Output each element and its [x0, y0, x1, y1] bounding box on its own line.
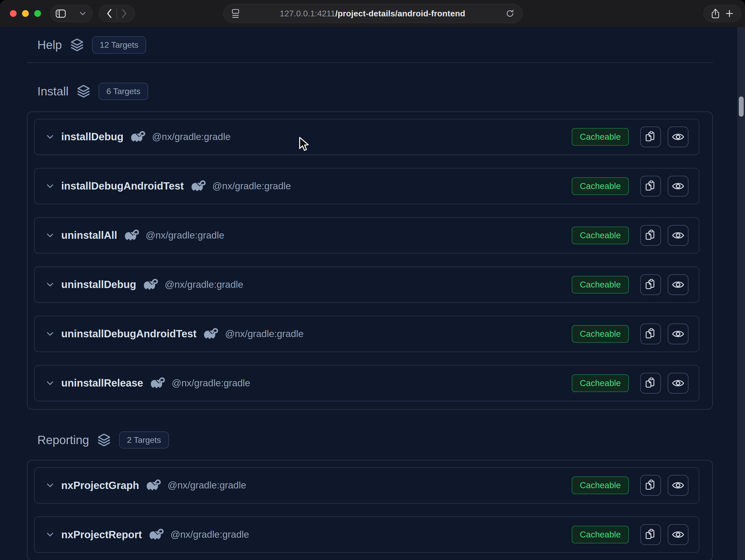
- targets-count-badge: 6 Targets: [99, 83, 148, 100]
- gradle-elephant-icon: [143, 278, 159, 291]
- chevron-down-icon[interactable]: [46, 280, 55, 289]
- url-text[interactable]: 127.0.0.1:4211/project-details/android-f…: [240, 9, 505, 19]
- section-header-reporting: Reporting 2 Targets: [37, 431, 713, 449]
- target-executor: @nx/gradle:gradle: [165, 279, 243, 290]
- section-title: Reporting: [37, 433, 89, 447]
- view-target-button[interactable]: [668, 127, 688, 147]
- forward-button-icon[interactable]: [121, 8, 127, 19]
- target-name: nxProjectGraph: [61, 480, 139, 491]
- refresh-icon[interactable]: [505, 9, 515, 18]
- target-executor: @nx/gradle:gradle: [146, 230, 224, 241]
- eye-icon: [672, 181, 685, 191]
- view-target-button[interactable]: [668, 274, 688, 295]
- target-row[interactable]: uninstallRelease @nx/gradle:gradle Cache…: [34, 365, 699, 401]
- gradle-elephant-icon: [203, 328, 219, 340]
- eye-icon: [672, 329, 685, 339]
- reader-view-icon[interactable]: [231, 8, 240, 19]
- sidebar-toggle-group: [50, 5, 93, 22]
- view-target-button[interactable]: [668, 475, 688, 496]
- chevron-down-icon[interactable]: [46, 231, 55, 240]
- copy-target-button[interactable]: [640, 373, 661, 393]
- targets-count-badge: 12 Targets: [92, 36, 146, 54]
- target-row[interactable]: installDebug @nx/gradle:gradle Cacheable: [34, 119, 699, 155]
- address-bar[interactable]: 127.0.0.1:4211/project-details/android-f…: [223, 4, 523, 23]
- target-name: nxProjectReport: [61, 529, 142, 540]
- clipboard-copy-icon: [645, 479, 656, 491]
- copy-target-button[interactable]: [640, 127, 661, 147]
- sidebar-icon[interactable]: [56, 9, 66, 18]
- back-button-icon[interactable]: [106, 8, 112, 19]
- chevron-down-icon[interactable]: [46, 329, 55, 338]
- target-name: uninstallDebug: [61, 279, 136, 290]
- view-target-button[interactable]: [668, 225, 688, 246]
- section-title: Install: [37, 84, 68, 98]
- target-name: uninstallDebugAndroidTest: [61, 328, 196, 340]
- gradle-elephant-icon: [191, 180, 206, 193]
- url-host: 127.0.0.1:4211: [280, 9, 335, 18]
- cacheable-badge: Cacheable: [572, 374, 629, 392]
- chevron-down-icon[interactable]: [46, 530, 55, 539]
- section-divider: [27, 63, 713, 63]
- chevron-down-icon[interactable]: [46, 182, 55, 190]
- target-name: installDebugAndroidTest: [61, 180, 184, 192]
- gradle-elephant-icon: [150, 377, 165, 389]
- target-row[interactable]: uninstallDebugAndroidTest @nx/gradle:gra…: [34, 316, 699, 352]
- gradle-elephant-icon: [130, 131, 146, 143]
- layers-icon: [70, 38, 84, 52]
- target-row[interactable]: uninstallAll @nx/gradle:gradle Cacheable: [34, 217, 699, 253]
- layers-icon: [97, 433, 111, 447]
- view-target-button[interactable]: [668, 323, 688, 344]
- gradle-elephant-icon: [146, 479, 161, 492]
- clipboard-copy-icon: [645, 377, 656, 389]
- close-window-button[interactable]: [10, 10, 17, 17]
- clipboard-copy-icon: [645, 529, 656, 540]
- copy-target-button[interactable]: [640, 176, 661, 197]
- cacheable-badge: Cacheable: [572, 226, 629, 244]
- target-row[interactable]: installDebugAndroidTest @nx/gradle:gradl…: [34, 168, 699, 204]
- chevron-down-icon[interactable]: [79, 12, 86, 15]
- minimize-window-button[interactable]: [22, 10, 29, 17]
- eye-icon: [672, 132, 685, 142]
- targets-count-badge: 2 Targets: [119, 431, 169, 449]
- safari-window: 127.0.0.1:4211/project-details/android-f…: [0, 0, 745, 560]
- target-executor: @nx/gradle:gradle: [225, 328, 303, 339]
- target-row[interactable]: nxProjectGraph @nx/gradle:gradle Cacheab…: [34, 467, 699, 503]
- target-executor: @nx/gradle:gradle: [168, 480, 246, 491]
- eye-icon: [672, 230, 685, 241]
- share-icon[interactable]: [711, 8, 720, 19]
- zoom-window-button[interactable]: [34, 10, 41, 17]
- section-header-install: Install 6 Targets: [37, 83, 713, 100]
- cacheable-badge: Cacheable: [572, 526, 629, 544]
- cacheable-badge: Cacheable: [572, 128, 629, 146]
- section-header-help: Help 12 Targets: [37, 36, 713, 54]
- clipboard-copy-icon: [645, 131, 656, 143]
- view-target-button[interactable]: [668, 176, 688, 197]
- target-executor: @nx/gradle:gradle: [152, 132, 231, 142]
- eye-icon: [672, 529, 685, 540]
- view-target-button[interactable]: [668, 373, 688, 393]
- clipboard-copy-icon: [645, 279, 656, 291]
- nav-button-group: [99, 5, 135, 22]
- cacheable-badge: Cacheable: [572, 325, 629, 343]
- copy-target-button[interactable]: [640, 225, 661, 246]
- eye-icon: [672, 279, 685, 290]
- section-title: Help: [37, 38, 62, 52]
- view-target-button[interactable]: [668, 524, 688, 545]
- cacheable-badge: Cacheable: [572, 276, 629, 293]
- clipboard-copy-icon: [645, 180, 656, 192]
- eye-icon: [672, 378, 685, 388]
- layers-icon: [76, 84, 91, 99]
- chevron-down-icon[interactable]: [46, 379, 55, 388]
- copy-target-button[interactable]: [640, 475, 661, 496]
- target-row[interactable]: uninstallDebug @nx/gradle:gradle Cacheab…: [34, 267, 699, 303]
- copy-target-button[interactable]: [640, 524, 661, 545]
- new-tab-icon[interactable]: [725, 9, 734, 18]
- chevron-down-icon[interactable]: [46, 133, 55, 141]
- target-row[interactable]: nxProjectReport @nx/gradle:gradle Cachea…: [34, 517, 699, 553]
- target-name: installDebug: [61, 131, 124, 143]
- copy-target-button[interactable]: [640, 323, 661, 344]
- chevron-down-icon[interactable]: [46, 481, 55, 490]
- scrollbar-thumb[interactable]: [739, 97, 744, 117]
- copy-target-button[interactable]: [640, 274, 661, 295]
- target-executor: @nx/gradle:gradle: [213, 181, 291, 191]
